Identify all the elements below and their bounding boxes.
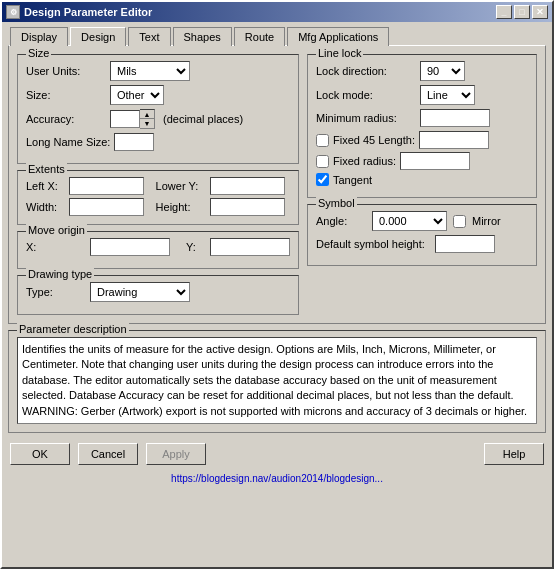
tangent-checkbox[interactable] xyxy=(316,173,329,186)
symbol-group: Symbol Angle: 0.000 45.000 90.000 180.00… xyxy=(307,204,537,266)
accuracy-row: Accuracy: 2 ▲ ▼ (decimal places) xyxy=(26,109,290,129)
left-column: Size User Units: Mils Inch Microns Milli… xyxy=(17,54,299,315)
bottom-bar: OK Cancel Apply Help xyxy=(2,437,552,471)
height-label: Height: xyxy=(156,201,204,213)
long-name-row: Long Name Size: 31 xyxy=(26,133,290,151)
fixed45-input[interactable]: 25.00 xyxy=(419,131,489,149)
long-name-label: Long Name Size: xyxy=(26,136,110,148)
tab-text[interactable]: Text xyxy=(128,27,170,46)
window-icon: ⚙ xyxy=(6,5,20,19)
accuracy-input[interactable]: 2 xyxy=(110,110,140,128)
line-lock-label: Line lock xyxy=(316,47,363,59)
ok-button[interactable]: OK xyxy=(10,443,70,465)
param-desc-group: Parameter description Identifies the uni… xyxy=(8,330,546,433)
lock-direction-select[interactable]: 90 0 45 xyxy=(420,61,465,81)
accuracy-label: Accuracy: xyxy=(26,113,106,125)
width-input[interactable]: 181304.77 xyxy=(69,198,144,216)
right-column: Line lock Lock direction: 90 0 45 Lock m… xyxy=(307,54,537,315)
fixed-radius-label: Fixed radius: xyxy=(333,155,396,167)
default-height-row: Default symbol height: 150.00 xyxy=(316,235,528,253)
mirror-checkbox[interactable] xyxy=(453,215,466,228)
line-lock-group: Line lock Lock direction: 90 0 45 Lock m… xyxy=(307,54,537,198)
accuracy-spin-up[interactable]: ▲ xyxy=(140,110,154,119)
size-select[interactable]: Other A B xyxy=(110,85,164,105)
type-row: Type: Drawing Package Symbol Mechanical … xyxy=(26,282,290,302)
angle-row: Angle: 0.000 45.000 90.000 180.000 Mirro… xyxy=(316,211,528,231)
min-radius-input[interactable]: 0.00 xyxy=(420,109,490,127)
tangent-row: Tangent xyxy=(316,173,528,186)
title-bar-buttons: _ □ ✕ xyxy=(496,5,548,19)
param-desc-label: Parameter description xyxy=(17,323,129,335)
lower-y-label: Lower Y: xyxy=(156,180,204,192)
extents-grid: Left X: -65000.00 Lower Y: -66360.94 Wid… xyxy=(26,177,290,216)
user-units-select[interactable]: Mils Inch Microns Millimeter Centimeter xyxy=(110,61,190,81)
type-label: Type: xyxy=(26,286,86,298)
lock-mode-row: Lock mode: Line Segment Off xyxy=(316,85,528,105)
user-units-label: User Units: xyxy=(26,65,106,77)
close-button[interactable]: ✕ xyxy=(532,5,548,19)
apply-button[interactable]: Apply xyxy=(146,443,206,465)
cancel-button[interactable]: Cancel xyxy=(78,443,138,465)
lock-direction-label: Lock direction: xyxy=(316,65,416,77)
main-window: ⚙ Design Parameter Editor _ □ ✕ Display … xyxy=(0,0,554,569)
accuracy-spin-buttons: ▲ ▼ xyxy=(140,109,155,129)
fixed45-label: Fixed 45 Length: xyxy=(333,134,415,146)
fixed45-checkbox[interactable] xyxy=(316,134,329,147)
x-input[interactable]: 0.00 xyxy=(90,238,170,256)
y-input[interactable]: 0.00 xyxy=(210,238,290,256)
left-x-input[interactable]: -65000.00 xyxy=(69,177,144,195)
tab-design[interactable]: Design xyxy=(70,27,126,46)
fixed45-row: Fixed 45 Length: 25.00 xyxy=(316,131,528,149)
tab-bar: Display Design Text Shapes Route Mfg App… xyxy=(2,22,552,45)
window-title: Design Parameter Editor xyxy=(24,6,152,18)
tab-mfg[interactable]: Mfg Applications xyxy=(287,27,389,46)
min-radius-label: Minimum radius: xyxy=(316,112,416,124)
lock-direction-row: Lock direction: 90 0 45 xyxy=(316,61,528,81)
default-height-label: Default symbol height: xyxy=(316,238,425,250)
tab-content-design: Size User Units: Mils Inch Microns Milli… xyxy=(8,45,546,324)
origin-row: X: 0.00 Y: 0.00 xyxy=(26,238,290,256)
tab-display[interactable]: Display xyxy=(10,27,68,46)
move-origin-group: Move origin X: 0.00 Y: 0.00 xyxy=(17,231,299,269)
extents-group-label: Extents xyxy=(26,163,67,175)
help-button[interactable]: Help xyxy=(484,443,544,465)
size-group: Size User Units: Mils Inch Microns Milli… xyxy=(17,54,299,164)
title-bar: ⚙ Design Parameter Editor _ □ ✕ xyxy=(2,2,552,22)
symbol-group-label: Symbol xyxy=(316,197,357,209)
height-input[interactable]: 128208.74 xyxy=(210,198,285,216)
param-desc-text: Identifies the units of measure for the … xyxy=(17,337,537,424)
long-name-input[interactable]: 31 xyxy=(114,133,154,151)
maximize-button[interactable]: □ xyxy=(514,5,530,19)
size-label: Size: xyxy=(26,89,106,101)
lock-mode-select[interactable]: Line Segment Off xyxy=(420,85,475,105)
lower-y-input[interactable]: -66360.94 xyxy=(210,177,285,195)
x-label: X: xyxy=(26,241,86,253)
width-label: Width: xyxy=(26,201,63,213)
extents-group: Extents Left X: -65000.00 Lower Y: -6636… xyxy=(17,170,299,225)
fixed-radius-checkbox[interactable] xyxy=(316,155,329,168)
size-row: Size: Other A B xyxy=(26,85,290,105)
drawing-type-label: Drawing type xyxy=(26,268,94,280)
y-label: Y: xyxy=(186,241,206,253)
lock-mode-label: Lock mode: xyxy=(316,89,416,101)
min-radius-row: Minimum radius: 0.00 xyxy=(316,109,528,127)
tangent-label: Tangent xyxy=(333,174,372,186)
tab-route[interactable]: Route xyxy=(234,27,285,46)
url-bar: https://blogdesign.nav/audion2014/blogde… xyxy=(2,471,552,486)
move-origin-label: Move origin xyxy=(26,224,87,236)
angle-label: Angle: xyxy=(316,215,366,227)
tab-shapes[interactable]: Shapes xyxy=(173,27,232,46)
fixed-radius-input[interactable]: 0.01 xyxy=(400,152,470,170)
size-group-label: Size xyxy=(26,47,51,59)
drawing-type-group: Drawing type Type: Drawing Package Symbo… xyxy=(17,275,299,315)
accuracy-spin-down[interactable]: ▼ xyxy=(140,119,154,128)
main-content: Size User Units: Mils Inch Microns Milli… xyxy=(17,54,537,315)
default-height-input[interactable]: 150.00 xyxy=(435,235,495,253)
user-units-row: User Units: Mils Inch Microns Millimeter… xyxy=(26,61,290,81)
angle-select[interactable]: 0.000 45.000 90.000 180.000 xyxy=(372,211,447,231)
left-x-label: Left X: xyxy=(26,180,63,192)
type-select[interactable]: Drawing Package Symbol Mechanical Symbol xyxy=(90,282,190,302)
minimize-button[interactable]: _ xyxy=(496,5,512,19)
decimal-places-label: (decimal places) xyxy=(163,113,243,125)
mirror-label: Mirror xyxy=(472,215,501,227)
